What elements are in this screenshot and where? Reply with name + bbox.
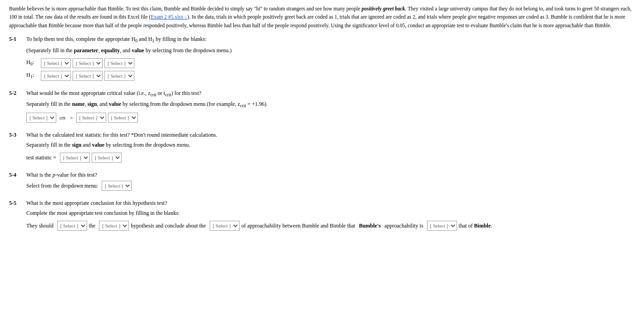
test-stat-row: test statistic = [ Select ] [ Select ] xyxy=(26,153,635,163)
section-5-1-question: To help them test this, complete the app… xyxy=(26,35,206,44)
test-stat-value-select[interactable]: [ Select ] xyxy=(92,153,122,163)
h0-parameter-select[interactable]: [ Select ] xyxy=(41,58,71,68)
h1-parameter-select[interactable]: [ Select ] xyxy=(41,71,71,81)
h1-label: H1: xyxy=(26,71,37,80)
h1-value-select[interactable]: [ Select ] xyxy=(104,71,134,81)
section-5-3-instruction: Separately fill in the sign and value by… xyxy=(26,141,635,149)
section-5-1-instruction: (Separately fill in the parameter, equal… xyxy=(26,46,635,54)
section-5-1-num: 5-1 xyxy=(9,35,23,43)
they-should-label: They should xyxy=(26,222,54,230)
the-label: the xyxy=(89,222,96,230)
conclusion-approachability-select[interactable]: [ Select ] xyxy=(427,221,457,231)
crit-row: [ Select ] crit = [ Select ] [ Select ] xyxy=(26,113,635,123)
section-5-1: 5-1 To help them test this, complete the… xyxy=(9,35,635,80)
h0-row: H0: [ Select ] [ Select ] [ Select ] xyxy=(26,58,635,68)
conclusion-should-select[interactable]: [ Select ] xyxy=(57,221,87,231)
that-of-label: that of Bimble. xyxy=(459,222,492,230)
section-5-3: 5-3 What is the calculated test statisti… xyxy=(9,131,635,163)
intro-text-1: Bumble believes he is more approachable … xyxy=(9,6,362,11)
pvalue-instruction: Select from the dropdown menu: xyxy=(26,182,98,190)
excel-link[interactable]: Exam 2 #5.xlsx ↓ xyxy=(151,14,187,20)
section-5-5-instruction: Complete the most appropriate test concl… xyxy=(26,209,635,217)
crit-name-select[interactable]: [ Select ] xyxy=(26,113,56,123)
section-5-5: 5-5 What is the most appropriate conclus… xyxy=(9,199,635,231)
equals-label: = xyxy=(70,114,73,122)
approachability-label: approachability is xyxy=(384,222,423,230)
h1-equality-select[interactable]: [ Select ] xyxy=(73,71,103,81)
conclusion-the-select[interactable]: [ Select ] xyxy=(99,221,129,231)
section-5-3-header: 5-3 What is the calculated test statisti… xyxy=(9,131,635,139)
section-5-4-header: 5-4 What is the p-value for this test? xyxy=(9,171,635,179)
section-5-4: 5-4 What is the p-value for this test? S… xyxy=(9,171,635,191)
h0-label: H0: xyxy=(26,58,37,67)
section-5-2-num: 5-2 xyxy=(9,89,23,97)
section-5-2-instruction: Separately fill in the name, sign, and v… xyxy=(26,100,635,109)
crit-value-select[interactable]: [ Select ] xyxy=(108,113,138,123)
section-5-3-num: 5-3 xyxy=(9,131,23,139)
test-stat-sign-select[interactable]: [ Select ] xyxy=(60,153,90,163)
crit-sign-select[interactable]: [ Select ] xyxy=(76,113,106,123)
section-5-4-num: 5-4 xyxy=(9,171,23,179)
bimble-bold: Bimble xyxy=(474,223,491,229)
h0-value-select[interactable]: [ Select ] xyxy=(104,58,134,68)
section-5-5-question: What is the most appropriate conclusion … xyxy=(26,199,167,207)
crit-subscript-label: crit xyxy=(59,114,65,121)
h0-equality-select[interactable]: [ Select ] xyxy=(73,58,103,68)
hyp-label: hypothesis and conclude about the xyxy=(131,222,206,230)
intro-paragraph: Bumble believes he is more approachable … xyxy=(9,5,635,30)
intro-italic: positively greet back xyxy=(362,6,405,11)
pvalue-row: Select from the dropdown menu: [ Select … xyxy=(26,181,635,191)
section-5-2-question: What would be the most appropriate criti… xyxy=(26,89,202,98)
section-5-2: 5-2 What would be the most appropriate c… xyxy=(9,89,635,123)
section-5-2-header: 5-2 What would be the most appropriate c… xyxy=(9,89,635,98)
pvalue-select[interactable]: [ Select ] xyxy=(102,181,132,191)
section-5-1-header: 5-1 To help them test this, complete the… xyxy=(9,35,635,44)
section-5-5-header: 5-5 What is the most appropriate conclus… xyxy=(9,199,635,207)
section-5-5-num: 5-5 xyxy=(9,199,23,207)
conclusion-about-select[interactable]: [ Select ] xyxy=(210,221,240,231)
test-stat-label: test statistic = xyxy=(26,154,56,162)
of-label: of approachability between Bumble and Bi… xyxy=(241,222,355,230)
bumbles-label: Bumble's xyxy=(359,222,381,230)
h1-row: H1: [ Select ] [ Select ] [ Select ] xyxy=(26,71,635,81)
section-5-3-question: What is the calculated test statistic fo… xyxy=(26,131,217,139)
section-5-4-question: What is the p-value for this test? xyxy=(26,171,97,179)
conclusion-row: They should [ Select ] the [ Select ] hy… xyxy=(26,221,635,231)
